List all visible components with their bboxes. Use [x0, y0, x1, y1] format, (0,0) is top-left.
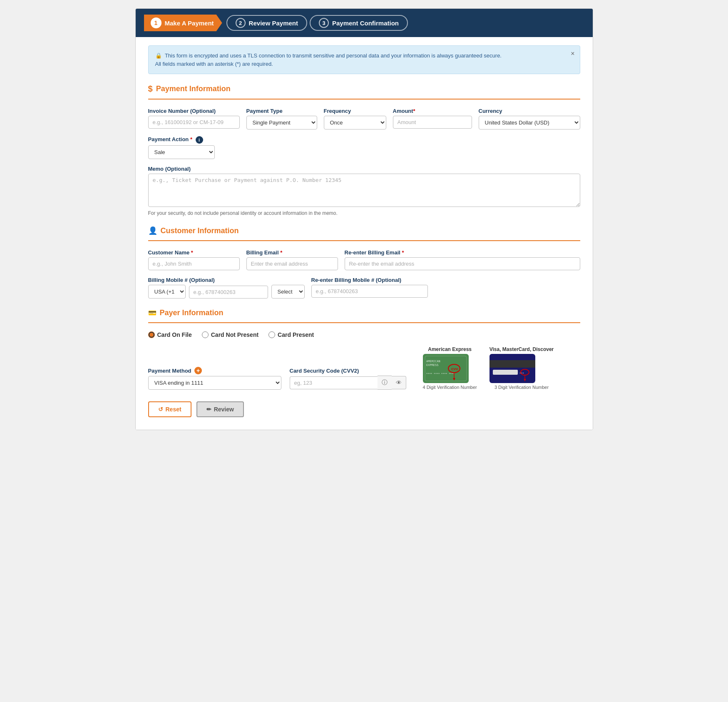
person-icon: 👤 [148, 226, 157, 235]
frequency-group: Frequency Once Weekly Monthly [324, 108, 386, 129]
invoice-group: Invoice Number (Optional) [148, 108, 240, 129]
svg-text:EXPRESS: EXPRESS [426, 363, 439, 367]
radio-card-present[interactable]: Card Present [268, 331, 314, 338]
payer-info-section: 💳 Payer Information Card On File Card No… [148, 309, 580, 390]
svg-text:**** **** **** ****: **** **** **** **** [426, 372, 455, 375]
frequency-label: Frequency [324, 108, 386, 114]
amex-card-label: American Express [423, 346, 477, 352]
currency-select[interactable]: United States Dollar (USD) [479, 116, 580, 129]
cvv-input-wrapper: ⓘ 👁 [290, 376, 406, 390]
visa-verification-note: 3 Digit Verification Number [489, 385, 554, 390]
card-icon: 💳 [148, 309, 157, 317]
customer-info-section: 👤 Customer Information Customer Name * B… [148, 226, 580, 299]
amount-label: Amount* [393, 108, 472, 114]
radio-card-on-file-input[interactable] [148, 331, 155, 338]
alert-close-button[interactable]: × [571, 50, 574, 57]
action-label: Payment Action * i [148, 136, 215, 144]
customer-divider [148, 240, 580, 241]
add-payment-method-icon[interactable]: + [194, 367, 202, 374]
mobile-country-select[interactable]: USA (+1) [148, 285, 186, 299]
step-1-badge: 1 [151, 17, 162, 28]
payment-method-select[interactable]: VISA ending in 1111 Mastercard ending in… [148, 376, 281, 390]
payment-info-section: $ Payment Information Invoice Number (Op… [148, 84, 580, 216]
action-select[interactable]: Sale Authorization [148, 145, 215, 159]
customer-row-2: Billing Mobile # (Optional) USA (+1) Sel… [148, 277, 580, 299]
remobile-input[interactable] [311, 285, 428, 298]
memo-textarea[interactable] [148, 174, 580, 207]
invoice-label: Invoice Number (Optional) [148, 108, 240, 114]
radio-card-on-file[interactable]: Card On File [148, 331, 192, 338]
pencil-icon: ✏ [206, 406, 211, 413]
customer-name-group: Customer Name * [148, 249, 240, 270]
email-label: Billing Email * [246, 249, 338, 256]
cvv-input[interactable] [290, 376, 378, 389]
action-required-star: * [190, 136, 192, 142]
payer-info-heading: 💳 Payer Information [148, 309, 580, 317]
content-area: 🔒 This form is encrypted and uses a TLS … [136, 37, 593, 430]
amex-card-image: AMERICAN EXPRESS **** **** **** **** CVV [423, 354, 469, 383]
amex-card-block: American Express AMERICAN EXPRESS **** *… [423, 346, 477, 390]
currency-label: Currency [479, 108, 580, 114]
name-required-star: * [191, 249, 193, 256]
email-input[interactable] [246, 257, 338, 270]
step-3[interactable]: 3 Payment Confirmation [310, 15, 408, 31]
payer-radio-group: Card On File Card Not Present Card Prese… [148, 331, 580, 338]
amount-input[interactable] [393, 116, 472, 129]
step-2-badge: 2 [236, 18, 246, 28]
lock-icon: 🔒 [155, 52, 162, 59]
card-images-section: American Express AMERICAN EXPRESS **** *… [423, 346, 554, 390]
steps-header: 1 Make A Payment 2 Review Payment 3 Paym… [136, 9, 593, 37]
reset-button[interactable]: ↺ Reset [148, 401, 191, 417]
payment-method-group: Payment Method + VISA ending in 1111 Mas… [148, 367, 281, 390]
reset-icon: ↺ [158, 406, 163, 413]
currency-group: Currency United States Dollar (USD) [479, 108, 580, 129]
svg-rect-10 [489, 360, 535, 368]
step-1-label: Make A Payment [165, 20, 214, 27]
memo-label: Memo (Optional) [148, 166, 580, 172]
payer-divider [148, 322, 580, 323]
cvv-toggle-button[interactable]: 👁 [392, 376, 406, 389]
frequency-select[interactable]: Once Weekly Monthly [324, 116, 386, 129]
review-button[interactable]: ✏ Review [196, 401, 244, 417]
alert-sub-message: All fields marked with an asterisk (*) a… [155, 61, 273, 67]
amex-verification-note: 4 Digit Verification Number [423, 385, 477, 390]
reenter-email-group: Re-enter Billing Email * [345, 249, 580, 270]
radio-card-not-present-input[interactable] [202, 331, 209, 338]
svg-text:CVV: CVV [451, 367, 458, 371]
payment-divider [148, 99, 580, 100]
customer-row-1: Customer Name * Billing Email * Re-enter… [148, 249, 580, 270]
visa-card-image: *** [489, 354, 535, 383]
customer-info-heading: 👤 Customer Information [148, 226, 580, 235]
email-group: Billing Email * [246, 249, 338, 270]
mobile-ext-select[interactable]: Select [271, 285, 305, 299]
dollar-icon: $ [148, 84, 153, 94]
radio-card-present-input[interactable] [268, 331, 275, 338]
steps-nav: 1 Make A Payment 2 Review Payment 3 Paym… [144, 15, 408, 31]
amount-group: Amount* [393, 108, 472, 129]
step-2-label: Review Payment [249, 20, 298, 27]
svg-rect-0 [423, 354, 469, 383]
action-info-icon[interactable]: i [196, 136, 203, 144]
reenter-email-required-star: * [402, 249, 404, 256]
remobile-label: Re-enter Billing Mobile # (Optional) [311, 277, 580, 283]
amount-required-star: * [413, 108, 415, 114]
cvv-help-button[interactable]: ⓘ [378, 376, 392, 390]
mobile-row: USA (+1) Select [148, 285, 305, 299]
payment-method-label: Payment Method + [148, 367, 281, 374]
mobile-group: Billing Mobile # (Optional) USA (+1) Sel… [148, 277, 305, 299]
mobile-label: Billing Mobile # (Optional) [148, 277, 305, 283]
mobile-input[interactable] [189, 286, 268, 299]
step-2[interactable]: 2 Review Payment [226, 15, 307, 31]
visa-card-label: Visa, MasterCard, Discover [489, 346, 554, 352]
invoice-input[interactable] [148, 116, 240, 129]
radio-card-not-present[interactable]: Card Not Present [202, 331, 258, 338]
customer-name-label: Customer Name * [148, 249, 240, 256]
cvv-label: Card Security Code (CVV2) [290, 368, 406, 374]
payment-row-1: Invoice Number (Optional) Payment Type S… [148, 108, 580, 129]
reenter-email-input[interactable] [345, 257, 580, 270]
svg-rect-11 [493, 370, 518, 375]
customer-name-input[interactable] [148, 257, 240, 270]
alert-message: This form is encrypted and uses a TLS co… [165, 52, 502, 59]
payment-type-select[interactable]: Single Payment Recurring [246, 116, 317, 129]
step-1[interactable]: 1 Make A Payment [144, 15, 222, 31]
